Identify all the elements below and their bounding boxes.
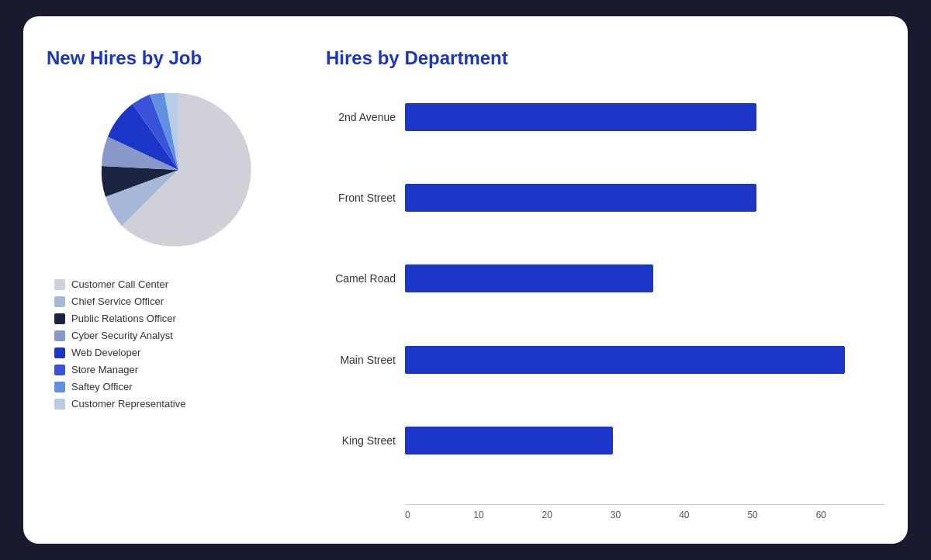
main-card: New Hires by Job bbox=[23, 16, 908, 544]
legend-label: Store Manager bbox=[71, 364, 138, 375]
legend-color bbox=[54, 365, 65, 375]
bar-fill bbox=[405, 427, 613, 455]
x-tick: 60 bbox=[816, 510, 884, 520]
bar-chart-title: Hires by Department bbox=[326, 47, 884, 69]
bar-fill bbox=[405, 264, 653, 292]
legend-label: Customer Call Center bbox=[71, 278, 168, 290]
bar-row: 2nd Avenue bbox=[326, 103, 884, 131]
legend-item: Web Developer bbox=[54, 347, 185, 358]
bar-track bbox=[405, 103, 884, 131]
legend-item: Cyber Security Analyst bbox=[54, 330, 185, 341]
legend-color bbox=[54, 313, 65, 324]
pie-legend: Customer Call Center Chief Service Offic… bbox=[47, 278, 185, 410]
legend-item: Customer Call Center bbox=[54, 278, 185, 290]
legend-label: Chief Service Officer bbox=[71, 296, 164, 307]
legend-label: Web Developer bbox=[71, 347, 140, 358]
bar-track bbox=[405, 427, 884, 455]
legend-item: Saftey Officer bbox=[54, 381, 185, 392]
bar-label: King Street bbox=[326, 434, 396, 447]
pie-chart-title: New Hires by Job bbox=[47, 47, 202, 69]
legend-color bbox=[54, 279, 65, 290]
bar-fill bbox=[405, 103, 756, 131]
bar-label: Camel Road bbox=[326, 272, 396, 285]
bar-fill bbox=[405, 184, 756, 212]
bar-row: Front Street bbox=[326, 184, 884, 212]
x-tick: 30 bbox=[611, 510, 679, 520]
x-tick: 40 bbox=[679, 510, 747, 520]
x-tick: 0 bbox=[405, 510, 473, 520]
pie-svg bbox=[93, 85, 264, 255]
bar-label: 2nd Avenue bbox=[326, 111, 396, 123]
legend-item: Customer Representative bbox=[54, 398, 185, 410]
legend-label: Saftey Officer bbox=[71, 381, 133, 392]
legend-color bbox=[54, 382, 65, 392]
bar-row: Main Street bbox=[326, 346, 884, 374]
left-panel: New Hires by Job bbox=[47, 47, 310, 520]
bar-track bbox=[405, 264, 884, 292]
x-tick: 50 bbox=[747, 510, 815, 520]
bar-track bbox=[405, 184, 884, 212]
bar-fill bbox=[405, 346, 845, 374]
x-tick: 10 bbox=[473, 510, 542, 520]
x-axis: 0102030405060 bbox=[405, 504, 884, 520]
bar-label: Front Street bbox=[326, 192, 396, 204]
bar-row: Camel Road bbox=[326, 264, 884, 292]
legend-label: Public Relations Officer bbox=[71, 313, 176, 324]
legend-label: Cyber Security Analyst bbox=[71, 330, 173, 341]
legend-label: Customer Representative bbox=[71, 398, 185, 410]
bar-track bbox=[405, 346, 884, 374]
bars-container: 2nd Avenue Front Street Camel Road Main … bbox=[326, 77, 884, 504]
right-panel: Hires by Department 2nd Avenue Front Str… bbox=[326, 47, 884, 520]
bar-row: King Street bbox=[326, 427, 884, 455]
pie-chart bbox=[93, 85, 264, 255]
legend-color bbox=[54, 330, 65, 341]
legend-item: Public Relations Officer bbox=[54, 313, 185, 324]
legend-item: Chief Service Officer bbox=[54, 296, 185, 307]
x-tick: 20 bbox=[542, 510, 611, 520]
legend-color bbox=[54, 296, 65, 307]
bar-label: Main Street bbox=[326, 354, 396, 366]
legend-color bbox=[54, 347, 65, 358]
legend-color bbox=[54, 399, 65, 410]
legend-item: Store Manager bbox=[54, 364, 185, 375]
